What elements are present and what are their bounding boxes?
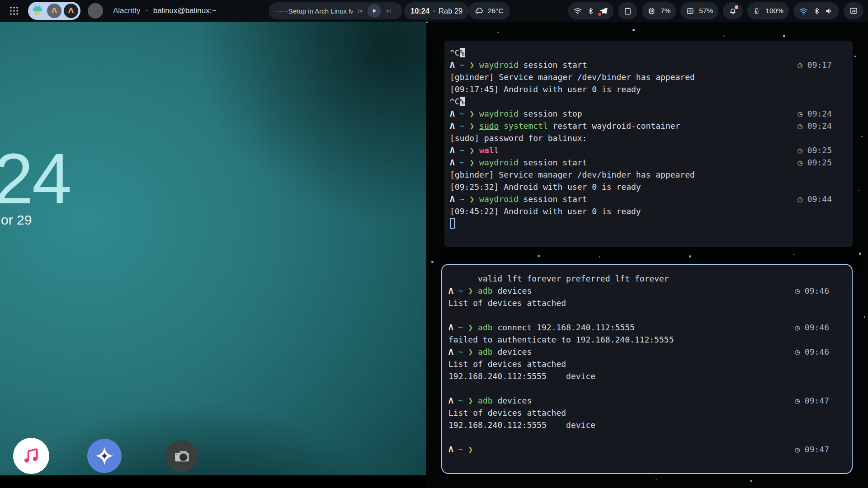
focused-app-group[interactable]: W Λ Λ <box>28 2 80 20</box>
memory-usage-label: 57% <box>699 7 713 15</box>
weather-widget[interactable]: 26°C <box>468 2 510 19</box>
command-timestamp: ◷ 09:46 <box>795 321 829 333</box>
active-app-name: Alacritty <box>113 6 140 15</box>
play-button[interactable] <box>368 4 381 18</box>
four-point-star-icon <box>94 446 115 466</box>
terminal-window-top[interactable]: ^C%Λ ~ ❯ waydroid session start◷ 09:17[g… <box>444 41 853 247</box>
network-tray-widget[interactable] <box>568 2 613 19</box>
alacritty-app-icon[interactable]: Λ <box>47 4 61 18</box>
alacritty-app-icon[interactable]: Λ <box>64 4 78 18</box>
camera-icon-glyph <box>172 446 192 466</box>
apps-grid-button[interactable] <box>7 4 21 18</box>
sparkle-app-icon[interactable] <box>87 439 122 473</box>
terminal-line: List of devices attached <box>448 407 829 419</box>
lockscreen-date: or 29 <box>1 212 32 228</box>
terminal-window-bottom-focused[interactable]: valid_lft forever preferred_lft foreverΛ… <box>441 264 853 474</box>
command-timestamp: ◷ 09:24 <box>797 120 832 132</box>
lockscreen-clock: 24 <box>0 143 71 214</box>
previous-track-icon <box>356 7 364 15</box>
bluetooth-icon <box>813 7 821 15</box>
notification-dot <box>735 5 738 9</box>
terminal-line <box>448 431 829 443</box>
workspace-app-circle[interactable] <box>88 3 103 19</box>
apps-grid-icon <box>9 5 19 16</box>
connectivity-widget[interactable] <box>793 2 839 19</box>
terminal-line: Λ ~ ❯ waydroid session start◷ 09:25 <box>450 156 832 169</box>
time-label: 10:24 <box>410 7 429 15</box>
previous-track-button[interactable] <box>356 7 364 15</box>
terminal-line: failed to authenticate to 192.168.240.11… <box>448 333 829 346</box>
terminal-line: [09:25:32] Android with user 0 is ready <box>450 181 832 193</box>
terminal-line: List of devices attached <box>448 297 829 309</box>
terminal-line: 192.168.240.112:5555 device <box>448 370 829 382</box>
command-timestamp: ◷ 09:46 <box>795 346 829 358</box>
terminal-line: Λ ~ ❯ wall◷ 09:25 <box>450 144 832 156</box>
title-separator: • <box>146 8 147 14</box>
waydroid-screen[interactable]: 24 or 29 <box>0 22 426 475</box>
cloud-icon <box>475 6 484 16</box>
date-label: Rab 29 <box>439 7 462 15</box>
terminal-line: ^C% <box>450 47 832 59</box>
terminal-line <box>448 382 829 394</box>
music-note-icon <box>21 446 41 466</box>
terminal-line: Λ ~ ❯ waydroid session start◷ 09:44 <box>450 193 832 205</box>
battery-icon <box>753 6 761 15</box>
screen-share-icon <box>849 6 858 15</box>
terminal-line: Λ ~ ❯ waydroid session start◷ 09:17 <box>450 59 832 71</box>
command-timestamp: ◷ 09:17 <box>797 59 832 71</box>
command-timestamp: ◷ 09:44 <box>797 193 832 205</box>
battery-label: 100% <box>765 7 783 15</box>
memory-icon <box>686 7 694 15</box>
terminal-line <box>448 309 829 321</box>
terminal-line: valid_lft forever preferred_lft forever <box>448 272 829 285</box>
clipboard-icon <box>623 7 632 15</box>
terminal-line <box>450 217 832 230</box>
music-app-icon[interactable] <box>13 438 49 474</box>
command-timestamp: ◷ 09:24 <box>797 108 832 120</box>
memory-usage-widget[interactable]: 57% <box>680 2 718 19</box>
command-timestamp: ◷ 09:46 <box>795 285 829 297</box>
cpu-chip-icon <box>647 7 656 15</box>
camera-app-icon[interactable] <box>165 440 198 472</box>
terminal-line: [gbinder] Service manager /dev/binder ha… <box>450 71 832 83</box>
temperature-label: 26°C <box>488 7 504 15</box>
terminal-line: Λ ~ ❯ adb devices◷ 09:47 <box>448 394 829 407</box>
clock-separator: • <box>433 8 435 14</box>
terminal-line: List of devices attached <box>448 358 829 370</box>
telegram-notification-dot <box>598 13 601 16</box>
terminal-line: [09:45:22] Android with user 0 is ready <box>450 205 832 217</box>
cpu-usage-widget[interactable]: 7% <box>642 2 676 19</box>
terminal-line: Λ ~ ❯ sudo systemctl restart waydroid-co… <box>450 120 832 132</box>
terminal-line: Λ ~ ❯ adb devices◷ 09:46 <box>448 346 829 358</box>
battery-widget[interactable]: 100% <box>747 2 789 19</box>
command-timestamp: ◷ 09:25 <box>797 144 832 156</box>
terminal-line: 192.168.240.112:5555 device <box>448 419 829 431</box>
wifi-icon <box>573 6 582 15</box>
terminal-line: [sudo] password for balinux: <box>450 132 832 144</box>
terminal-line: [gbinder] Service manager /dev/binder ha… <box>450 169 832 181</box>
wifi-connected-icon <box>799 6 808 16</box>
play-icon <box>371 8 377 14</box>
next-track-button[interactable] <box>385 7 392 15</box>
terminal-cursor <box>450 218 455 229</box>
volume-icon <box>825 7 834 15</box>
media-player-widget[interactable]: ······Setup in Arch Linux M <box>269 2 402 19</box>
active-window-title: balinux@balinux:~ <box>153 6 217 15</box>
terminal-line: Λ ~ ❯ adb connect 192.168.240.112:5555◷ … <box>448 321 829 333</box>
top-bar: W Λ Λ Alacritty • balinux@balinux:~ ····… <box>0 0 868 22</box>
clock-widget[interactable]: 10:24 • Rab 29 <box>404 2 469 19</box>
terminal-line: ^C% <box>450 95 832 108</box>
terminal-line: Λ ~ ❯ waydroid session stop◷ 09:24 <box>450 108 832 120</box>
command-timestamp: ◷ 09:47 <box>795 443 829 455</box>
clipboard-button[interactable] <box>618 2 637 19</box>
cpu-usage-label: 7% <box>660 7 670 15</box>
next-track-icon <box>385 7 392 15</box>
media-track-title: ······Setup in Arch Linux M <box>275 7 353 15</box>
screencast-button[interactable] <box>844 2 863 19</box>
terminal-line: Λ ~ ❯ adb devices◷ 09:46 <box>448 285 829 297</box>
terminal-line: Λ ~ ❯ ◷ 09:47 <box>448 443 829 455</box>
waydroid-app-icon[interactable]: W <box>30 4 45 18</box>
command-timestamp: ◷ 09:25 <box>797 156 832 169</box>
notifications-button[interactable] <box>723 2 743 19</box>
terminal-line: [09:17:45] Android with user 0 is ready <box>450 83 832 95</box>
